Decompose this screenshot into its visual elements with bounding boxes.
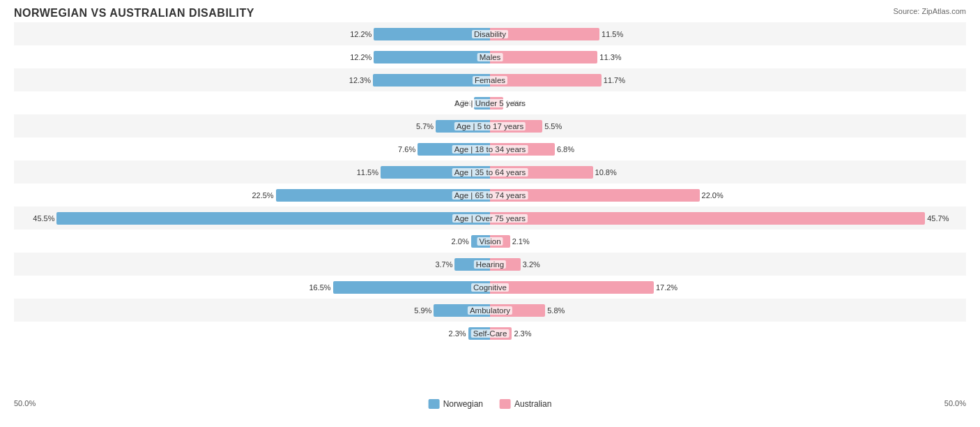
norwegian-value: 5.9% xyxy=(414,306,431,315)
norwegian-value: 7.6% xyxy=(398,145,415,153)
australian-bar xyxy=(490,281,654,294)
table-row: Age | Under 5 years1.7%1.4% xyxy=(14,91,966,114)
table-row: Males12.2%11.3% xyxy=(14,45,966,68)
norwegian-bar xyxy=(374,51,490,63)
australian-color-box xyxy=(500,399,511,409)
australian-value: 3.2% xyxy=(523,260,540,269)
australian-value: 11.7% xyxy=(604,76,625,84)
australian-value: 5.8% xyxy=(547,306,565,315)
row-label: Age | 65 to 74 years xyxy=(452,191,528,200)
norwegian-value: 12.2% xyxy=(350,30,372,38)
table-row: Age | 5 to 17 years5.7%5.5% xyxy=(14,114,966,137)
norwegian-value: 5.7% xyxy=(416,122,434,130)
chart-title: Norwegian vs Australian Disability xyxy=(14,7,966,20)
table-row: Age | 35 to 64 years11.5%10.8% xyxy=(14,160,966,183)
norwegian-value: 11.5% xyxy=(357,168,378,177)
table-row: Females12.3%11.7% xyxy=(14,68,966,91)
australian-value: 22.0% xyxy=(702,191,723,200)
australian-value: 11.5% xyxy=(602,30,623,38)
norwegian-bar xyxy=(56,212,490,225)
rows-container: Disability12.2%11.5%Males12.2%11.3%Femal… xyxy=(14,22,966,385)
table-row: Ambulatory5.9%5.8% xyxy=(14,299,966,322)
table-row: Hearing3.7%3.2% xyxy=(14,253,966,276)
chart-container: Norwegian vs Australian Disability Sourc… xyxy=(0,0,980,427)
australian-value: 6.8% xyxy=(557,145,574,153)
row-label: Age | Under 5 years xyxy=(452,99,528,107)
norwegian-bar xyxy=(333,281,490,294)
row-label: Age | 5 to 17 years xyxy=(454,122,526,130)
norwegian-value: 12.3% xyxy=(349,76,371,84)
norwegian-value: 22.5% xyxy=(252,191,273,200)
row-label: Self-Care xyxy=(471,329,510,338)
australian-value: 17.2% xyxy=(656,283,677,292)
australian-bar xyxy=(490,212,925,225)
row-label: Age | 18 to 34 years xyxy=(452,145,528,153)
table-row: Age | 65 to 74 years22.5%22.0% xyxy=(14,183,966,207)
norwegian-value: 45.5% xyxy=(33,214,54,223)
row-label: Hearing xyxy=(474,260,506,269)
australian-value: 45.7% xyxy=(927,214,949,223)
row-label: Cognitive xyxy=(471,283,509,292)
legend: Norwegian Australian xyxy=(429,399,552,409)
row-label: Males xyxy=(477,53,503,61)
axis-right-label: 50.0% xyxy=(944,399,966,407)
table-row: Age | 18 to 34 years7.6%6.8% xyxy=(14,137,966,160)
norwegian-value: 2.0% xyxy=(452,237,469,246)
source-text: Source: ZipAtlas.com xyxy=(893,7,966,15)
table-row: Self-Care2.3%2.3% xyxy=(14,322,966,345)
legend-norwegian: Norwegian xyxy=(429,399,483,409)
table-row: Disability12.2%11.5% xyxy=(14,22,966,45)
australian-value: 5.5% xyxy=(544,122,562,130)
table-row: Vision2.0%2.1% xyxy=(14,230,966,253)
row-label: Vision xyxy=(477,237,503,246)
table-row: Cognitive16.5%17.2% xyxy=(14,276,966,299)
norwegian-value: 3.7% xyxy=(435,260,452,269)
australian-bar xyxy=(490,51,597,63)
australian-value: 10.8% xyxy=(595,168,617,177)
legend-australian: Australian xyxy=(500,399,551,409)
australian-value: 11.3% xyxy=(599,53,621,61)
row-label: Age | 35 to 64 years xyxy=(452,168,528,177)
norwegian-value: 2.3% xyxy=(449,329,466,338)
norwegian-value: 12.2% xyxy=(350,53,372,61)
axis-left-label: 50.0% xyxy=(14,399,36,407)
row-label: Ambulatory xyxy=(468,306,512,315)
australian-legend-label: Australian xyxy=(514,399,551,409)
australian-value: 2.1% xyxy=(512,237,530,246)
australian-value: 2.3% xyxy=(514,329,531,338)
row-label: Disability xyxy=(472,30,508,38)
table-row: Age | Over 75 years45.5%45.7% xyxy=(14,207,966,230)
row-label: Females xyxy=(473,76,507,84)
norwegian-value: 16.5% xyxy=(309,283,330,292)
norwegian-legend-label: Norwegian xyxy=(443,399,483,409)
norwegian-color-box xyxy=(429,399,440,409)
row-label: Age | Over 75 years xyxy=(452,214,528,223)
